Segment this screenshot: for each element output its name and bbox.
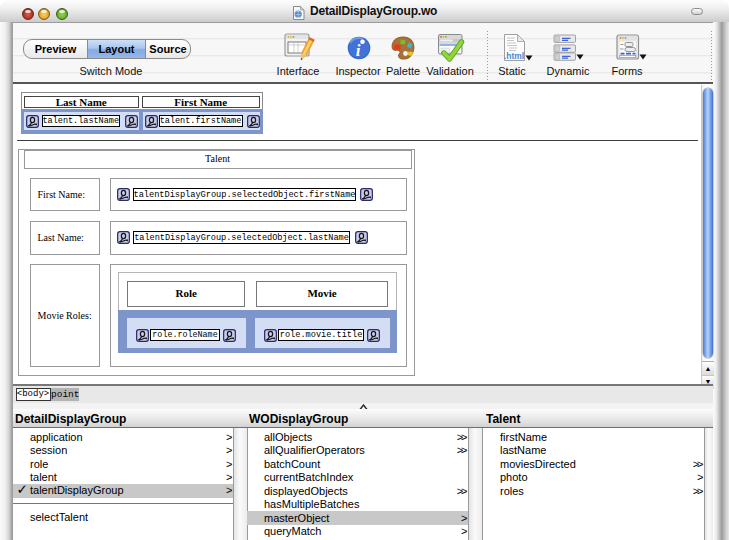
svg-text:.html: .html [504, 51, 524, 61]
svg-text:i: i [356, 41, 361, 60]
